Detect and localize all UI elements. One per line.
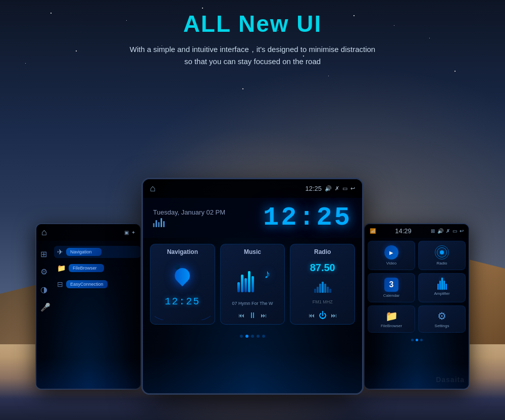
right-icon-3: ✗: [446, 228, 450, 234]
left-home-icon[interactable]: ⌂: [41, 227, 47, 238]
left-side-icons: ⊞ ⚙ ◑ 🎤: [40, 249, 50, 312]
center-time-display: 12:25: [305, 185, 322, 192]
close-icon: ✗: [335, 185, 339, 192]
menu-item-navigation[interactable]: ✈ Navigation: [54, 246, 140, 258]
left-icon-1: ▣: [124, 230, 129, 235]
gear-icon-left[interactable]: ⚙: [40, 267, 50, 277]
dot-2-active[interactable]: [245, 335, 248, 338]
right-status-bar: 📶 14:29 ⊞ 🔊 ✗ ▭ ↩: [365, 224, 469, 238]
left-menu-list: ✈ Navigation 📁 FileBrowser ⊟ EasyC: [54, 246, 140, 290]
radio-freq-label: FM1 MHZ: [313, 299, 333, 304]
prev-track-btn[interactable]: ⏮: [238, 312, 244, 319]
subtitle-line2: so that you can stay focused on the road: [0, 56, 505, 68]
radio-card[interactable]: Radio 87.50 FM1 MHZ ⏮: [290, 244, 355, 325]
radio-next-btn[interactable]: ⏭: [331, 312, 337, 319]
right-wave: [365, 363, 469, 389]
left-screen: ⌂ ▣ ✦ ⊞ ⚙ ◑ 🎤 ✈ Navigation: [36, 224, 140, 389]
music-card[interactable]: Music ♪ 07 Hymn For The W: [220, 244, 285, 325]
app-item-settings[interactable]: ⚙ Settings: [418, 305, 466, 333]
next-track-btn[interactable]: ⏭: [261, 312, 267, 319]
right-icon-5: ↩: [460, 228, 464, 234]
center-clock-area: Tuesday, January 02 PM 12:25: [143, 198, 362, 238]
subtitle: With a simple and intuitive interface，it…: [0, 43, 505, 68]
amplifier-icon: [437, 278, 447, 290]
right-time: 14:29: [395, 227, 412, 235]
equalizer-display: [153, 218, 225, 227]
music-card-icon: ♪: [225, 260, 281, 296]
right-dot-1: [411, 339, 414, 341]
music-controls: ⏮ ⏸ ⏭: [238, 311, 267, 320]
video-label: Video: [386, 261, 396, 266]
easyconnection-label: EasyConnection: [66, 280, 108, 288]
calendar-icon: 3: [384, 278, 398, 292]
right-dot-3: [420, 339, 423, 341]
play-pause-btn[interactable]: ⏸: [248, 311, 257, 320]
app-item-filebrowser[interactable]: 📁 FileBrowser: [368, 305, 415, 333]
left-device: ⌂ ▣ ✦ ⊞ ⚙ ◑ 🎤 ✈ Navigation: [35, 223, 141, 390]
left-status-icons: ▣ ✦: [124, 230, 135, 235]
digital-clock: 12:25: [263, 203, 352, 233]
pagination-dots: [143, 331, 362, 342]
contrast-icon-left[interactable]: ◑: [40, 285, 50, 294]
right-app-grid: ▶ Video Radio: [365, 238, 469, 336]
center-wave-bottom: [143, 353, 362, 393]
mic-icon-left[interactable]: 🎤: [40, 302, 50, 312]
nav-card-time: 12:25: [165, 296, 200, 307]
app-grid-layout: ▶ Video Radio: [368, 241, 466, 333]
nav-icon: ✈: [57, 248, 63, 256]
radio-label: Radio: [437, 261, 447, 266]
radio-power-btn[interactable]: ⏻: [319, 311, 327, 320]
radio-prev-btn[interactable]: ⏮: [309, 312, 315, 319]
dot-4[interactable]: [257, 335, 260, 338]
nav-card-icon: [155, 258, 211, 293]
menu-item-easyconnection[interactable]: ⊟ EasyConnection: [54, 278, 140, 290]
music-visualization: ♪: [237, 265, 268, 292]
dot-5[interactable]: [262, 335, 265, 338]
subtitle-line1: With a simple and intuitive interface，it…: [0, 43, 505, 56]
sound-icon: 🔊: [325, 185, 332, 192]
radio-meter: [294, 280, 350, 293]
center-status-area: 12:25 🔊 ✗ ▭ ↩: [305, 185, 355, 192]
connection-icon: ⊟: [57, 280, 63, 288]
dot-3[interactable]: [251, 335, 254, 338]
filebrowser-label: FileBrowser: [69, 264, 104, 272]
header-section: ALL New UI With a simple and intuitive i…: [0, 10, 505, 68]
wifi-icon: 📶: [370, 228, 376, 234]
radio-controls: ⏮ ⏻ ⏭: [309, 311, 337, 320]
app-item-video[interactable]: ▶ Video: [368, 241, 415, 270]
right-device: 📶 14:29 ⊞ 🔊 ✗ ▭ ↩ ▶: [364, 223, 470, 390]
settings-label: Settings: [435, 324, 449, 328]
app-item-radio[interactable]: Radio: [418, 241, 466, 270]
devices-container: ⌂ ▣ ✦ ⊞ ⚙ ◑ 🎤 ✈ Navigation: [25, 158, 480, 420]
dot-1[interactable]: [240, 335, 243, 338]
center-top-bar: ⌂ 12:25 🔊 ✗ ▭ ↩: [143, 179, 362, 198]
right-pagination: [365, 336, 469, 344]
right-icon-2: 🔊: [437, 228, 443, 234]
folder-icon: 📁: [57, 264, 66, 272]
right-dot-active: [416, 339, 418, 341]
app-cards-area: Navigation 12:25: [143, 238, 362, 331]
music-song-title: 07 Hymn For The W: [232, 301, 273, 306]
back-icon: ↩: [350, 185, 355, 192]
menu-item-filebrowser[interactable]: 📁 FileBrowser: [54, 262, 140, 274]
amplifier-label: Amplifier: [434, 291, 449, 296]
right-icon-4: ▭: [452, 228, 457, 234]
center-screen: ⌂ 12:25 🔊 ✗ ▭ ↩ Tuesday, January 02 PM: [143, 179, 362, 393]
calendar-label: Calendar: [383, 293, 399, 298]
app-item-calendar[interactable]: 3 Calendar: [368, 273, 415, 302]
filebrowser-label: FileBrowser: [381, 324, 402, 328]
right-screen: 📶 14:29 ⊞ 🔊 ✗ ▭ ↩ ▶: [365, 224, 469, 389]
center-home-icon[interactable]: ⌂: [150, 183, 156, 194]
right-left-icons: 📶: [370, 228, 376, 234]
date-display: Tuesday, January 02 PM: [153, 208, 225, 227]
right-status-icons: ⊞ 🔊 ✗ ▭ ↩: [431, 228, 464, 234]
settings-icon: ⚙: [437, 310, 446, 322]
navigation-card[interactable]: Navigation 12:25: [150, 244, 215, 325]
video-icon: ▶: [384, 245, 398, 259]
eq-icon-left[interactable]: ⊞: [40, 249, 50, 259]
filebrowser-icon: 📁: [385, 310, 398, 322]
right-icon-1: ⊞: [431, 228, 435, 234]
app-item-amplifier[interactable]: Amplifier: [418, 273, 466, 302]
nav-card-title: Navigation: [167, 248, 198, 255]
window-icon: ▭: [342, 185, 347, 192]
